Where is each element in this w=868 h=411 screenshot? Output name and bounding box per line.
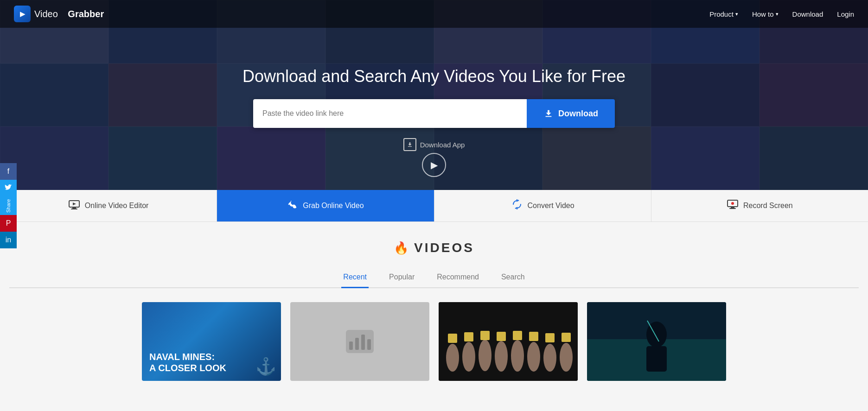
- svg-rect-13: [439, 302, 578, 381]
- navbar-links: Product ▾ How to ▾ Download Login: [709, 10, 854, 18]
- naval-card-title: NAVAL MINES:A CLOSER LOOK: [149, 351, 226, 373]
- tab-online-video-editor[interactable]: Online Video Editor: [0, 190, 217, 221]
- videos-tab-search[interactable]: Search: [499, 269, 527, 288]
- svg-rect-26: [513, 331, 522, 340]
- videos-tab-recommend[interactable]: Recommend: [435, 269, 481, 288]
- navbar-product-link[interactable]: Product ▾: [709, 10, 738, 18]
- tab-convert-video-label: Convert Video: [528, 202, 574, 210]
- tab-convert-video[interactable]: Convert Video: [434, 190, 651, 221]
- choir-scene-icon: [439, 302, 578, 381]
- flame-icon: 🔥: [394, 241, 410, 255]
- navbar-download-link[interactable]: Download: [792, 10, 823, 18]
- convert-video-icon: [511, 198, 523, 213]
- svg-rect-5: [731, 207, 734, 208]
- twitter-share-button[interactable]: [0, 180, 17, 196]
- product-chevron-icon: ▾: [735, 11, 738, 17]
- video-placeholder-icon: [344, 328, 376, 355]
- tool-tabs-bar: Online Video Editor Grab Online Video Co…: [0, 190, 868, 222]
- svg-point-14: [446, 344, 459, 372]
- svg-point-19: [527, 342, 540, 372]
- svg-rect-6: [729, 208, 736, 209]
- social-sidebar: f Share P in: [0, 163, 17, 248]
- svg-point-7: [731, 202, 734, 205]
- svg-rect-23: [464, 332, 473, 341]
- video-grid: NAVAL MINES:A CLOSER LOOK ⚓: [109, 302, 759, 381]
- videos-tabs: Recent Popular Recommend Search: [9, 269, 859, 288]
- logo-icon: [14, 6, 31, 22]
- navbar: Video Grabber Product ▾ How to ▾ Downloa…: [0, 0, 868, 28]
- video-card-naval-mines[interactable]: NAVAL MINES:A CLOSER LOOK ⚓: [142, 302, 281, 381]
- record-screen-icon: [727, 198, 739, 213]
- tab-record-screen-label: Record Screen: [743, 202, 793, 210]
- play-button[interactable]: ▶: [422, 153, 446, 177]
- pinterest-share-button[interactable]: P: [0, 215, 17, 232]
- navbar-howto-link[interactable]: How to ▾: [752, 10, 779, 18]
- hero-content: Download and Search Any Videos You Like …: [0, 39, 868, 151]
- svg-rect-11: [361, 335, 365, 350]
- hero-section: Video Grabber Product ▾ How to ▾ Downloa…: [0, 0, 868, 190]
- tab-record-screen[interactable]: Record Screen: [651, 190, 868, 221]
- dark-figure-scene: [587, 302, 726, 381]
- videos-heading: 🔥 VIDEOS: [9, 240, 859, 255]
- facebook-share-button[interactable]: f: [0, 163, 17, 180]
- download-app-link[interactable]: Download App: [403, 138, 465, 151]
- brand-grabber: Grabber: [68, 9, 104, 19]
- video-editor-icon: [68, 198, 80, 213]
- videos-tab-recent[interactable]: Recent: [341, 269, 369, 288]
- anchor-icon: ⚓: [255, 357, 276, 376]
- navbar-login-link[interactable]: Login: [837, 10, 854, 18]
- tab-grab-video-label: Grab Online Video: [303, 202, 364, 210]
- site-logo[interactable]: Video Grabber: [14, 6, 104, 22]
- svg-rect-29: [562, 333, 571, 342]
- svg-point-15: [462, 342, 475, 372]
- svg-rect-22: [448, 334, 457, 343]
- hero-download-button[interactable]: Download: [527, 99, 615, 128]
- svg-rect-12: [367, 339, 371, 350]
- svg-point-18: [511, 340, 524, 372]
- videos-section: 🔥 VIDEOS Recent Popular Recommend Search…: [0, 222, 868, 409]
- svg-rect-10: [355, 338, 359, 350]
- svg-marker-3: [73, 202, 76, 205]
- tab-grab-online-video[interactable]: Grab Online Video: [217, 190, 434, 221]
- tab-video-editor-label: Online Video Editor: [85, 202, 149, 210]
- svg-point-17: [495, 341, 508, 372]
- svg-point-21: [560, 343, 573, 372]
- video-url-input[interactable]: [253, 99, 527, 128]
- svg-rect-1: [72, 207, 76, 209]
- linkedin-share-button[interactable]: in: [0, 232, 17, 248]
- svg-point-32: [646, 322, 667, 348]
- svg-rect-33: [646, 346, 667, 372]
- videos-tab-popular[interactable]: Popular: [387, 269, 416, 288]
- howto-chevron-icon: ▾: [776, 11, 779, 17]
- hero-title: Download and Search Any Videos You Like …: [243, 67, 625, 86]
- video-card-2[interactable]: [290, 302, 429, 381]
- svg-rect-24: [480, 331, 490, 340]
- videos-section-title: 🔥 VIDEOS: [9, 240, 859, 255]
- svg-rect-27: [529, 332, 538, 341]
- download-app-icon: [403, 138, 416, 151]
- svg-point-16: [479, 340, 491, 371]
- svg-rect-25: [497, 332, 506, 341]
- svg-point-20: [543, 344, 556, 372]
- share-label: Share: [0, 196, 17, 215]
- hero-search-row: Download: [253, 99, 615, 128]
- svg-rect-2: [71, 209, 77, 209]
- brand-video: Video: [34, 9, 58, 19]
- svg-rect-28: [545, 333, 555, 342]
- video-card-choir[interactable]: [439, 302, 578, 381]
- grab-video-icon: [287, 199, 298, 213]
- download-arrow-icon: [543, 108, 554, 119]
- video-card-dark-figure[interactable]: [587, 302, 726, 381]
- svg-rect-9: [349, 341, 353, 350]
